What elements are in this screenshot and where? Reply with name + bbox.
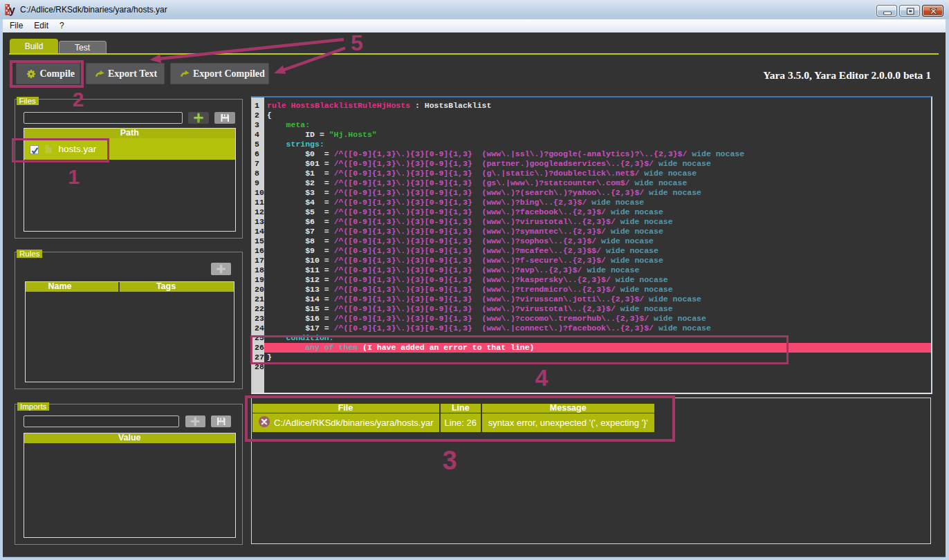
annotation-rect <box>12 138 109 162</box>
files-path-input[interactable] <box>24 112 183 124</box>
code-line: rule HostsBlacklistRuleHjHosts : HostsBl… <box>264 101 932 111</box>
maximize-button[interactable] <box>899 5 920 17</box>
code-line: $10 = /^([0-9]{1,3}\.){3}[0-9]{1,3} (www… <box>264 256 932 265</box>
line-number: 23 <box>252 314 264 324</box>
code-line: $2 = /^([0-9]{1,3}\.){3}[0-9]{1,3} (gs\.… <box>264 178 932 188</box>
line-number: 15 <box>252 236 264 246</box>
minimize-button[interactable] <box>876 5 897 17</box>
menu-file[interactable]: File <box>4 19 28 32</box>
code-line: $1 = /^([0-9]{1,3}\.){3}[0-9]{1,3} (g\.|… <box>264 169 932 178</box>
titlebar: y C:/Adlice/RKSdk/binaries/yara/hosts.ya… <box>0 0 949 19</box>
line-number: 21 <box>252 295 264 304</box>
editor-line-numbers: 1234567891011121314151617181920212223242… <box>252 101 264 372</box>
close-icon <box>923 6 944 17</box>
imports-table-header: Value <box>24 433 235 443</box>
rules-add-button-disabled[interactable] <box>211 263 231 275</box>
add-plus-icon <box>185 416 205 427</box>
code-line: $01 = /^([0-9]{1,3}\.){3}[0-9]{1,3} (par… <box>264 159 932 169</box>
imports-input[interactable] <box>24 416 180 427</box>
rules-table: Name Tags <box>25 281 235 382</box>
line-number: 1 <box>252 101 264 111</box>
code-line: $14 = /^([0-9]{1,3}\.){3}[0-9]{1,3} (www… <box>264 295 932 304</box>
export-text-label: Export Text <box>108 68 157 80</box>
rules-col-name: Name <box>48 282 71 292</box>
line-number: 2 <box>252 111 264 120</box>
code-line: $3 = /^([0-9]{1,3}\.){3}[0-9]{1,3} (www\… <box>264 188 932 198</box>
line-number: 3 <box>252 120 264 130</box>
line-number: 9 <box>252 178 264 188</box>
annotation-rect <box>245 395 675 442</box>
imports-save-button-disabled[interactable] <box>211 416 231 427</box>
code-line: $13 = /^([0-9]{1,3}\.){3}[0-9]{1,3} (www… <box>264 285 932 295</box>
window-frame-line <box>3 557 946 557</box>
close-button[interactable] <box>922 5 943 17</box>
line-number: 18 <box>252 265 264 275</box>
minimize-icon <box>877 6 898 17</box>
export-arrow-icon <box>181 70 190 77</box>
line-number: 12 <box>252 207 264 217</box>
export-compiled-label: Export Compiled <box>193 68 265 80</box>
imports-add-button-disabled[interactable] <box>185 416 205 427</box>
maximize-icon <box>900 6 921 17</box>
rules-group-label: Rules <box>17 250 42 258</box>
code-line: $9 = /^([0-9]{1,3}\.){3}[0-9]{1,3} (www\… <box>264 246 932 256</box>
line-number: 10 <box>252 188 264 198</box>
svg-text:y: y <box>9 4 15 16</box>
code-line: $17 = /^([0-9]{1,3}\.){3}[0-9]{1,3} (www… <box>264 324 932 333</box>
line-number: 16 <box>252 246 264 256</box>
line-number: 19 <box>252 275 264 285</box>
code-line: $0 = /^([0-9]{1,3}\.){3}[0-9]{1,3} (www\… <box>264 149 932 159</box>
files-group-label: Files <box>17 97 39 105</box>
column-divider <box>118 282 120 292</box>
code-line: $12 = /^([0-9]{1,3}\.){3}[0-9]{1,3} (www… <box>264 275 932 285</box>
line-number: 6 <box>252 149 264 159</box>
line-number: 20 <box>252 285 264 295</box>
code-line: meta: <box>264 120 932 130</box>
save-floppy-icon <box>214 112 235 124</box>
code-line: $4 = /^([0-9]{1,3}\.){3}[0-9]{1,3} (www\… <box>264 198 932 207</box>
annotation-rect <box>10 60 84 88</box>
editor-code: rule HostsBlacklistRuleHjHosts : HostsBl… <box>264 101 932 372</box>
menu-help[interactable]: ? <box>54 19 70 32</box>
menu-edit[interactable]: Edit <box>28 19 54 32</box>
line-number: 22 <box>252 304 264 314</box>
tab-build[interactable]: Build <box>10 39 58 54</box>
files-add-button[interactable] <box>188 112 209 124</box>
save-floppy-icon <box>211 416 231 427</box>
line-number: 5 <box>252 140 264 149</box>
line-number: 7 <box>252 159 264 169</box>
tab-underline <box>9 53 939 55</box>
code-line: $11 = /^([0-9]{1,3}\.){3}[0-9]{1,3} (www… <box>264 265 932 275</box>
annotation-number-5: 5 <box>351 30 363 56</box>
annotation-rect <box>250 335 789 364</box>
line-number: 14 <box>252 227 264 236</box>
code-line: ID = "Hj.Hosts" <box>264 130 932 140</box>
code-line: $16 = /^([0-9]{1,3}\.){3}[0-9]{1,3} (www… <box>264 314 932 324</box>
imports-group-label: Imports <box>17 402 49 411</box>
line-number: 17 <box>252 256 264 265</box>
menubar: File Edit ? <box>3 19 946 32</box>
annotation-number-4: 4 <box>535 364 549 391</box>
tab-test[interactable]: Test <box>59 41 107 54</box>
annotation-number-1: 1 <box>68 165 80 189</box>
line-number: 13 <box>252 217 264 227</box>
files-save-button[interactable] <box>214 112 235 124</box>
files-table-header: Path <box>24 129 235 138</box>
code-line: $6 = /^([0-9]{1,3}\.){3}[0-9]{1,3} (www\… <box>264 217 932 227</box>
annotation-number-2: 2 <box>73 88 84 111</box>
line-number: 8 <box>252 169 264 178</box>
code-line: { <box>264 111 932 120</box>
line-number: 4 <box>252 130 264 140</box>
code-line: $7 = /^([0-9]{1,3}\.){3}[0-9]{1,3} (www\… <box>264 227 932 236</box>
imports-table: Value <box>24 433 236 538</box>
line-number: 11 <box>252 198 264 207</box>
export-text-button[interactable]: Export Text <box>86 63 165 84</box>
rules-col-tags: Tags <box>156 282 176 292</box>
window-title: C:/Adlice/RKSdk/binaries/yara/hosts.yar <box>20 0 167 19</box>
export-arrow-icon <box>95 70 104 77</box>
add-plus-icon <box>211 263 231 275</box>
code-line: strings: <box>264 140 932 149</box>
app-icon: y <box>5 3 17 16</box>
export-compiled-button[interactable]: Export Compiled <box>170 63 269 84</box>
annotation-number-3: 3 <box>442 446 457 476</box>
